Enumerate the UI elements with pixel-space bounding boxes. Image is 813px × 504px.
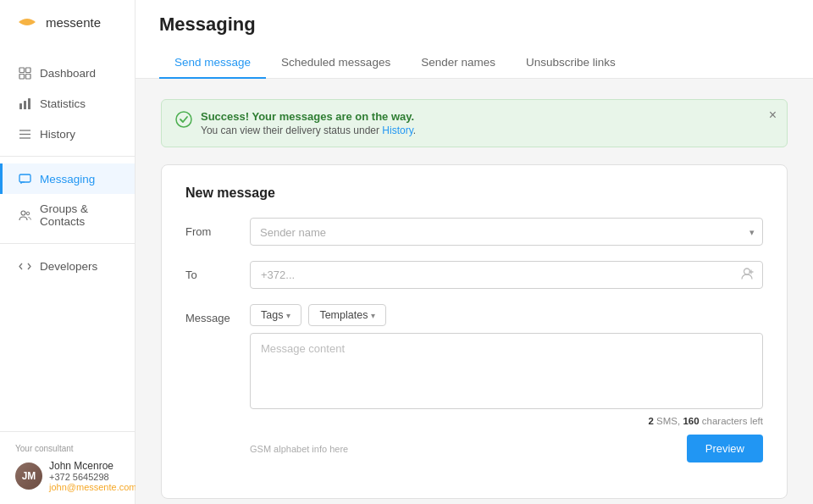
sender-name-select[interactable] xyxy=(250,218,763,246)
sender-name-wrapper: Sender name ▾ xyxy=(250,218,763,246)
sidebar-item-label-messaging: Messaging xyxy=(40,173,95,186)
tab-bar: Send message Scheduled messages Sender n… xyxy=(159,47,789,78)
success-banner: Success! Your messages are on the way. Y… xyxy=(161,99,788,147)
chars-label: characters left xyxy=(702,416,763,426)
message-label: Message xyxy=(185,304,236,324)
sidebar-item-groups-contacts[interactable]: Groups & Contacts xyxy=(0,194,135,236)
to-label: To xyxy=(185,261,236,281)
avatar-initials: JM xyxy=(15,462,42,490)
svg-point-12 xyxy=(26,212,30,215)
logo-text: messente xyxy=(46,15,101,30)
consultant-name: John Mcenroe xyxy=(49,460,137,472)
success-check-icon xyxy=(175,111,192,132)
message-textarea[interactable] xyxy=(250,333,763,409)
success-title: Success! Your messages are on the way. xyxy=(201,110,773,123)
users-icon xyxy=(18,208,31,222)
chars-left: 160 xyxy=(683,416,699,426)
consultant-phone: +372 5645298 xyxy=(49,472,137,482)
bar-chart-icon xyxy=(18,97,31,110)
to-row: To xyxy=(185,261,763,289)
svg-rect-2 xyxy=(19,74,25,79)
close-banner-button[interactable]: × xyxy=(769,108,777,122)
logo-icon xyxy=(15,14,39,30)
from-label: From xyxy=(185,218,236,238)
svg-point-14 xyxy=(744,269,750,274)
consultant-details: John Mcenroe +372 5645298 john@messente.… xyxy=(49,460,137,492)
svg-rect-6 xyxy=(28,98,30,109)
message-footer: GSM alphabet info here Preview xyxy=(250,435,763,462)
sidebar-navigation: Dashboard Statistics Histo xyxy=(0,51,135,431)
sidebar-item-messaging[interactable]: Messaging xyxy=(0,163,135,194)
sidebar-item-label-developers: Developers xyxy=(40,260,97,273)
to-field-wrapper xyxy=(250,261,763,289)
svg-rect-1 xyxy=(25,68,30,73)
tags-button[interactable]: Tags ▾ xyxy=(250,304,301,326)
new-message-card: New message From Sender name ▾ To xyxy=(161,164,788,499)
consultant-label: Your consultant xyxy=(15,444,119,453)
success-text: Success! Your messages are on the way. Y… xyxy=(201,110,773,136)
tags-chevron-icon: ▾ xyxy=(286,311,290,320)
sidebar-item-label-statistics: Statistics xyxy=(40,97,86,110)
sidebar: messente Dashboard xyxy=(0,0,136,504)
svg-rect-5 xyxy=(24,101,26,109)
sidebar-item-statistics[interactable]: Statistics xyxy=(0,88,135,119)
preview-button[interactable]: Preview xyxy=(687,435,763,462)
success-subtitle: You can view their delivery status under… xyxy=(201,125,773,136)
contacts-icon[interactable] xyxy=(740,266,755,284)
main-content: Messaging Send message Scheduled message… xyxy=(136,0,813,504)
tab-send-message[interactable]: Send message xyxy=(159,47,266,79)
svg-point-13 xyxy=(176,112,191,127)
consultant-avatar: JM xyxy=(15,462,42,490)
message-row: Message Tags ▾ Templates ▾ xyxy=(185,304,763,462)
card-title: New message xyxy=(185,186,763,201)
message-field: Tags ▾ Templates ▾ 2 SMS, xyxy=(250,304,763,462)
svg-rect-10 xyxy=(19,174,30,182)
list-icon xyxy=(18,127,31,141)
consultant-email[interactable]: john@messente.com xyxy=(49,482,137,492)
gsm-info: GSM alphabet info here xyxy=(250,444,348,454)
message-tools: Tags ▾ Templates ▾ xyxy=(250,304,763,326)
sidebar-item-label-dashboard: Dashboard xyxy=(40,67,96,80)
tab-scheduled-messages[interactable]: Scheduled messages xyxy=(266,47,406,79)
to-input[interactable] xyxy=(250,261,763,289)
grid-icon xyxy=(18,66,31,80)
svg-point-11 xyxy=(21,211,25,215)
sms-unit: SMS, xyxy=(656,416,680,426)
from-row: From Sender name ▾ xyxy=(185,218,763,246)
sidebar-item-label-history: History xyxy=(40,128,75,141)
tab-unsubscribe-links[interactable]: Unsubscribe links xyxy=(511,47,631,79)
consultant-info: JM John Mcenroe +372 5645298 john@messen… xyxy=(15,460,119,492)
sms-count: 2 xyxy=(648,416,653,426)
svg-rect-3 xyxy=(25,74,30,79)
templates-button[interactable]: Templates ▾ xyxy=(308,304,386,326)
message-icon xyxy=(18,172,31,186)
sidebar-item-developers[interactable]: Developers xyxy=(0,251,135,281)
logo: messente xyxy=(0,0,135,44)
page-title: Messaging xyxy=(159,14,789,36)
history-link[interactable]: History xyxy=(382,125,412,136)
sidebar-item-label-groups-contacts: Groups & Contacts xyxy=(40,202,119,228)
sidebar-item-history[interactable]: History xyxy=(0,119,135,149)
code-icon xyxy=(18,259,31,273)
content-area: Success! Your messages are on the way. Y… xyxy=(136,79,813,504)
templates-chevron-icon: ▾ xyxy=(371,311,375,320)
consultant-section: Your consultant JM John Mcenroe +372 564… xyxy=(0,431,135,504)
svg-rect-4 xyxy=(19,103,22,109)
page-header: Messaging Send message Scheduled message… xyxy=(136,0,813,79)
svg-rect-0 xyxy=(19,68,25,73)
tab-sender-names[interactable]: Sender names xyxy=(406,47,511,79)
message-meta: 2 SMS, 160 characters left xyxy=(250,416,763,426)
sidebar-item-dashboard[interactable]: Dashboard xyxy=(0,58,135,88)
